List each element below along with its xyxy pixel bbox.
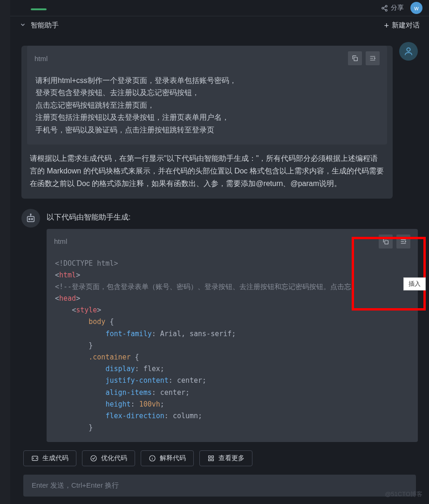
info-icon <box>149 455 156 462</box>
panel-title: 智能助手 <box>31 21 59 30</box>
explain-code-button[interactable]: 解释代码 <box>141 450 194 466</box>
svg-rect-24 <box>209 456 211 458</box>
copy-code-button[interactable] <box>379 235 393 249</box>
code-content: 请利用html+css制作一个登录页面，登录表单包括账号密码， 登录页包含登录按… <box>27 71 387 145</box>
bot-code-lang-label: html <box>54 237 67 245</box>
svg-point-11 <box>29 218 30 220</box>
svg-rect-26 <box>209 459 211 461</box>
svg-line-4 <box>383 8 385 10</box>
more-actions-button[interactable]: 查看更多 <box>199 450 252 466</box>
svg-rect-5 <box>354 57 357 61</box>
share-icon <box>381 5 388 12</box>
panel-header: 智能助手 + 新建对话 <box>10 16 429 35</box>
top-bar: 分享 w <box>10 0 429 16</box>
user-avatar-icon <box>399 42 418 61</box>
bot-icon <box>26 213 36 223</box>
grid-icon <box>207 455 215 462</box>
chat-scroll-area[interactable]: html 请利用html+css制作一个登录页面，登录表单包括账号密码， <box>10 35 429 444</box>
svg-point-0 <box>385 5 387 7</box>
generate-code-button[interactable]: 生成代码 <box>23 450 76 466</box>
chevron-down-icon[interactable] <box>20 21 26 29</box>
share-label: 分享 <box>391 4 404 12</box>
svg-rect-15 <box>385 241 388 244</box>
new-conversation-button[interactable]: + 新建对话 <box>384 21 420 30</box>
insert-code-button[interactable] <box>366 51 380 65</box>
person-icon <box>403 46 414 56</box>
bot-avatar <box>21 209 40 228</box>
bot-intro-text: 以下代码由智能助手生成: <box>47 213 418 222</box>
insert-code-button[interactable] <box>396 235 410 249</box>
svg-rect-27 <box>211 459 213 461</box>
share-button[interactable]: 分享 <box>381 4 404 12</box>
chat-input[interactable]: Enter 发送，Ctrl+Enter 换行 <box>23 475 416 497</box>
sidebar-tab-copilot[interactable]: GitHub Copilot Chat <box>0 23 2 504</box>
svg-line-3 <box>383 7 385 8</box>
copy-icon <box>351 55 359 62</box>
svg-point-9 <box>407 48 410 51</box>
copy-code-button[interactable] <box>348 51 362 65</box>
left-activity-bar: GitHub Copilot Chat Notifications <box>0 0 10 504</box>
code-icon <box>31 455 39 462</box>
plus-icon: + <box>384 21 389 30</box>
insert-icon <box>369 55 376 62</box>
progress-indicator <box>31 8 47 10</box>
svg-rect-25 <box>211 456 213 458</box>
watermark: @51CTO博客 <box>385 490 422 498</box>
code-lang-label: html <box>34 55 48 62</box>
bot-code-block: html <!DOCTYPE html> <html> <!--登录页面，包含登… <box>47 229 418 442</box>
assistant-message: 以下代码由智能助手生成: html <!DOCTYPE html> <html>… <box>21 209 418 442</box>
svg-rect-10 <box>27 216 34 221</box>
insert-tooltip: 插入 <box>403 277 426 290</box>
user-plain-text: 请根据以上需求生成代码，在第一行显示"以下代码由智能助手生成："，所有代码部分必… <box>21 145 393 199</box>
bot-code-content: <!DOCTYPE html> <html> <!--登录页面，包含登录表单（账… <box>47 254 418 442</box>
input-placeholder: Enter 发送，Ctrl+Enter 换行 <box>32 481 119 489</box>
action-bar: 生成代码 优化代码 解释代码 查看更多 <box>10 444 429 473</box>
svg-point-1 <box>382 7 384 9</box>
optimize-code-button[interactable]: 优化代码 <box>82 450 135 466</box>
copy-icon <box>382 238 389 245</box>
svg-point-14 <box>30 214 31 214</box>
check-circle-icon <box>90 455 97 462</box>
svg-point-2 <box>385 9 387 11</box>
svg-point-12 <box>31 218 33 220</box>
insert-icon <box>400 238 407 245</box>
svg-point-20 <box>91 456 96 461</box>
user-code-block: html 请利用html+css制作一个登录页面，登录表单包括账号密码， <box>27 46 387 145</box>
user-avatar[interactable]: w <box>410 2 422 14</box>
user-message: html 请利用html+css制作一个登录页面，登录表单包括账号密码， <box>21 40 418 199</box>
